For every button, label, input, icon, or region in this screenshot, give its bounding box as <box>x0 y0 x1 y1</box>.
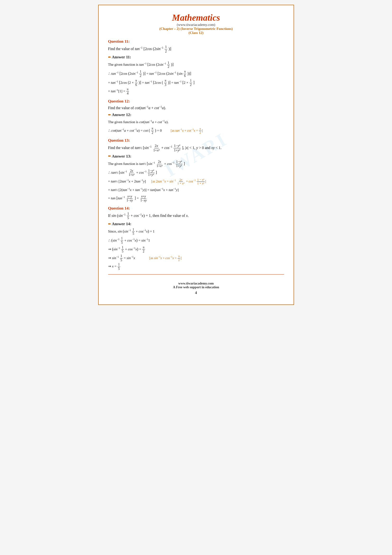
header: Mathematics (www.tiwariacademy.com) (Cha… <box>108 12 284 35</box>
answer-13-body: The given function is tan½ [sin−1 2x1+x²… <box>108 160 284 203</box>
header-website: (www.tiwariacademy.com) <box>108 23 284 27</box>
answer-12-label: ✏ Answer 12: <box>108 112 284 117</box>
answer-11-line-2: ∴ tan−1 [2cos (2sin−1 12 )] = tan−1 [2co… <box>108 70 284 78</box>
answer-11-line-1: The given function is tan−1 [2cos (2sin−… <box>108 60 284 69</box>
question-11-label: Question 11: <box>108 39 284 44</box>
answer-11-label: ✏ Answer 11: <box>108 55 284 59</box>
pencil-icon-13: ✏ <box>108 154 111 158</box>
answer-11-line-4: = tan−1[1] = π4 <box>108 87 284 96</box>
answer-14-line-3: ⇒ (sin−1 15 + cos−1x) = π2 <box>108 245 284 254</box>
answer-12-line-1: The given function is cot(tan−1a + cot−1… <box>108 118 284 126</box>
footer-tagline: A Free web support in education <box>108 285 284 289</box>
comment-13: [as 2tan−1x = sin−1 2x1 + x² = cos−1 1 −… <box>151 180 206 183</box>
question-13-label: Question 13: <box>108 138 284 143</box>
answer-13-label: ✏ Answer 13: <box>108 154 284 159</box>
answer-11-body: The given function is tan−1 [2cos (2sin−… <box>108 60 284 95</box>
answer-13-line-3: = tan½ [2tan−1x + 2tan−1y] [as 2tan−1x =… <box>108 177 284 186</box>
page: IWARI Mathematics (www.tiwariacademy.com… <box>98 5 294 305</box>
answer-12-line-2: ∴ cot(tan−1a + cot−1a) = cot ( π2 ) = 0 … <box>108 126 284 135</box>
question-12-section: Question 12: Find the value of cot(tan−1… <box>108 99 284 135</box>
question-14-text: If sin (sin−1 15 + cos−1x) = 1, then fin… <box>108 212 284 220</box>
question-12-text: Find the value of cot(tan−1a + cot−1a). <box>108 105 284 111</box>
question-13-section: Question 13: Find the value of tan½ [sin… <box>108 138 284 202</box>
question-14-label: Question 14: <box>108 206 284 211</box>
pencil-icon: ✏ <box>108 55 111 59</box>
comment-12: [as tan−1x + cot−1x = π2] <box>171 129 203 132</box>
answer-13-line-5: = tan [tan−1 x+y1−xy ] = x+y1−xy <box>108 194 284 203</box>
answer-14-line-4: ⇒ sin−1 15 = sin−1x [as sin−1x + cos−1x … <box>108 254 284 263</box>
question-13-text: Find the value of tan½ [sin−1 2x1+x² + c… <box>108 144 284 152</box>
answer-14-body: Since, sin (sin−1 15 + cos−1x) = 1 ∴ (si… <box>108 227 284 271</box>
footer: www.tiwariacademy.com A Free web support… <box>108 282 284 295</box>
answer-13-line-2: ∴ tan½ [sin−1 2x1+x² + cos−1 1−y²1+y² ] <box>108 168 284 177</box>
pencil-icon-14: ✏ <box>108 222 111 226</box>
answer-14-line-1: Since, sin (sin−1 15 + cos−1x) = 1 <box>108 227 284 236</box>
question-14-section: Question 14: If sin (sin−1 15 + cos−1x) … <box>108 206 284 271</box>
answer-11-line-3: = tan−1 [2cos (2 × π6 )] = tan−1 [2cos (… <box>108 79 284 87</box>
header-class: (Class 12) <box>108 31 284 35</box>
answer-14-line-2: ∴ (sin−1 15 + cos−1x) = sin−11 <box>108 236 284 245</box>
answer-14-line-5: ⇒ x = 15 <box>108 263 284 271</box>
answer-14-label: ✏ Answer 14: <box>108 222 284 226</box>
footer-website: www.tiwariacademy.com <box>108 282 284 285</box>
question-11-text: Find the value of tan−1 [2cos (2sin−1 12… <box>108 45 284 53</box>
question-12-label: Question 12: <box>108 99 284 104</box>
page-title: Mathematics <box>108 12 284 23</box>
page-number: 4 <box>108 291 284 295</box>
footer-divider <box>108 274 284 275</box>
answer-13-line-4: = tan½ [2(tan−1x + tan−1y)] = tan[tan−1x… <box>108 186 284 194</box>
answer-13-line-1: The given function is tan½ [sin−1 2x1+x²… <box>108 160 284 168</box>
question-11-section: Question 11: Find the value of tan−1 [2c… <box>108 39 284 96</box>
pencil-icon-12: ✏ <box>108 113 111 117</box>
header-chapter: (Chapter – 2) (Inverse Trigonometric Fun… <box>108 27 284 31</box>
comment-14: [as sin−1x + cos−1x = π2] <box>150 256 182 260</box>
answer-12-body: The given function is cot(tan−1a + cot−1… <box>108 118 284 135</box>
